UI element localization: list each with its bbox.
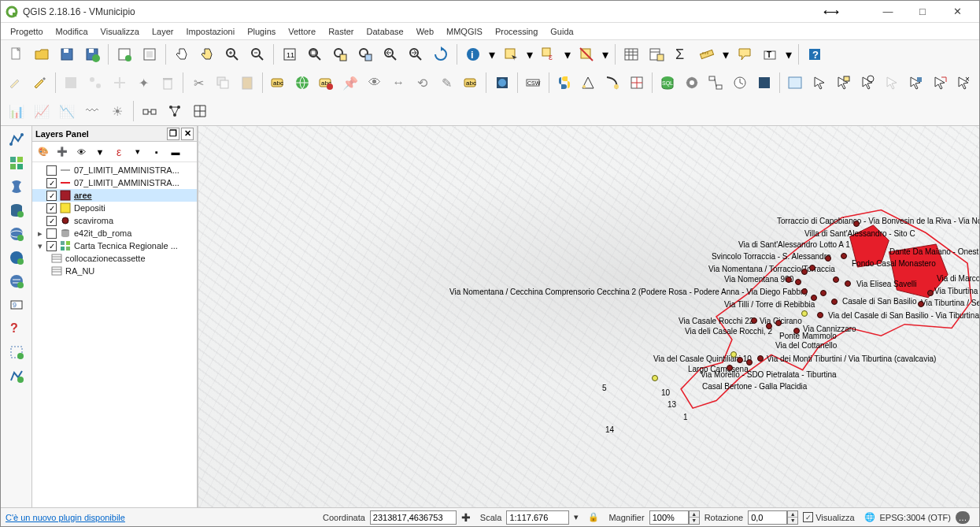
menu-guida[interactable]: Guida [544,25,579,38]
raster-local-button[interactable]: 📉 [55,99,79,123]
maximize-button[interactable]: □ [905,3,940,20]
layer-item[interactable]: ▾✓Carta Tecnica Regionale ... [32,239,197,252]
crs-icon[interactable]: 🌐 [864,512,875,522]
processing-model-button[interactable] [704,71,727,95]
scale-lock-icon[interactable]: 🔒 [588,512,599,522]
add-wms-button[interactable] [4,223,29,245]
layer-checkbox[interactable] [46,228,57,239]
layer-collapse-button[interactable]: ▪ [148,143,165,161]
render-checkbox[interactable]: ✓ [803,512,813,522]
paste-button[interactable] [235,71,258,95]
expand-icon[interactable]: ▸ [35,228,45,239]
zoom-last-button[interactable] [379,43,402,66]
magnifier-spinner[interactable]: ▲▼ [689,510,700,525]
add-raster-button[interactable] [4,152,29,174]
layer-styling-button[interactable]: 🎨 [35,143,52,161]
layer-item[interactable]: ✓scaviroma [32,214,197,227]
help-button[interactable]: ? [803,43,827,66]
coord-input[interactable] [370,510,457,525]
composer-manager-button[interactable] [138,43,161,66]
identify-button[interactable]: i [461,43,485,66]
layer-remove-button[interactable]: ▬ [167,143,184,161]
attribute-table-button[interactable] [619,43,643,66]
coord-capture-button[interactable] [577,71,600,95]
plugin-geo-button[interactable] [490,71,513,95]
add-oracle-button[interactable]: ? [4,317,29,340]
layer-item[interactable]: ✓aree [32,189,197,202]
menu-visualizza[interactable]: Visualizza [94,25,146,38]
menu-plugins[interactable]: Plugins [241,25,282,38]
layer-checkbox[interactable]: ✓ [46,241,57,251]
map-canvas[interactable]: Torraccio di Capobianco - Via Bonvesin d… [198,126,979,507]
processing-options-button[interactable] [753,71,775,95]
select-button[interactable] [499,43,523,66]
layer-checkbox[interactable]: ✓ [46,191,57,201]
topology-button[interactable] [163,99,187,123]
select-expression-button[interactable]: ε [537,43,560,66]
layer-checkbox[interactable]: ✓ [46,178,57,188]
csw-button[interactable]: CSW [522,71,545,95]
select-poly-button[interactable] [832,71,855,95]
menu-progetto[interactable]: Progetto [4,25,50,38]
select-dropdown[interactable]: ▾ [524,43,535,66]
zoom-native-button[interactable]: 11 [278,43,301,66]
layer-item[interactable]: 07_LIMITI_AMMINISTRA... [32,164,197,176]
new-shapefile-button[interactable] [4,365,29,387]
georeference-button[interactable] [625,71,648,95]
raster-full-button[interactable]: 〰 [80,99,104,123]
layer-item[interactable]: ✓07_LIMITI_AMMINISTRA... [32,176,197,189]
add-wfs-button[interactable] [4,270,29,292]
select-invert-button[interactable]: × [952,71,975,95]
layer-checkbox[interactable]: ✓ [46,216,57,226]
move-feature-button[interactable] [108,71,131,95]
rotation-input[interactable] [748,510,787,525]
copy-button[interactable] [212,71,235,95]
select-arrow-button[interactable] [808,71,831,95]
zoom-next-button[interactable] [404,43,427,66]
delete-button[interactable] [157,71,179,95]
panel-close-button[interactable]: ✕ [181,128,194,140]
menu-processing[interactable]: Processing [489,25,544,38]
layer-expand-button[interactable]: ▾ [129,143,146,161]
map-tips-button[interactable] [733,43,756,66]
grass-button[interactable] [784,71,807,95]
cut-button[interactable]: ✂ [187,71,210,95]
measure-button[interactable] [695,43,719,66]
zoom-out-button[interactable] [246,43,269,66]
add-wcs-button[interactable] [4,247,29,269]
menu-vettore[interactable]: Vettore [282,25,322,38]
statistics-button[interactable]: Σ [670,43,693,66]
menu-layer[interactable]: Layer [146,25,180,38]
layer-visibility-button[interactable]: 👁 [72,143,90,161]
pan-to-selection-button[interactable] [195,43,219,66]
db-sql-button[interactable]: SQL [656,71,679,95]
add-virtual-button[interactable] [4,341,29,363]
layer-checkbox[interactable]: ✓ [46,203,57,213]
plugin-update-link[interactable]: C'è un nuovo plugin disponibile [6,513,125,522]
refresh-button[interactable] [429,43,453,66]
expand-icon[interactable]: ▾ [35,241,45,251]
menu-database[interactable]: Database [361,25,410,38]
show-labels-button[interactable]: 👁 [363,71,386,95]
layer-checkbox[interactable] [46,165,57,176]
label-button[interactable]: abc [267,71,290,95]
menu-mmqgis[interactable]: MMQGIS [440,25,489,38]
menu-raster[interactable]: Raster [322,25,360,38]
scale-dropdown[interactable]: ▾ [574,512,579,522]
add-feature-button[interactable] [84,71,107,95]
raster-bright-button[interactable]: ☀ [105,99,129,123]
bookmarks-dropdown[interactable]: ▾ [783,43,794,66]
select-free-button[interactable] [856,71,879,95]
layer-tree[interactable]: 07_LIMITI_AMMINISTRA...✓07_LIMITI_AMMINI… [32,162,197,507]
raster-hist-button[interactable]: 📊 [5,99,28,123]
raster-stretch-button[interactable]: 📈 [30,99,54,123]
rotate-label-button[interactable]: ⟲ [412,71,435,95]
menu-modifica[interactable]: Modifica [50,25,94,38]
open-project-button[interactable] [30,43,54,66]
invert-selection-button[interactable] [929,71,952,95]
pan-button[interactable] [170,43,194,66]
zoom-in-button[interactable] [220,43,244,66]
label-tool-button[interactable]: abc [460,71,483,95]
grid-button[interactable] [188,99,212,123]
layer-item[interactable]: ▸e42it_db_roma [32,227,197,239]
